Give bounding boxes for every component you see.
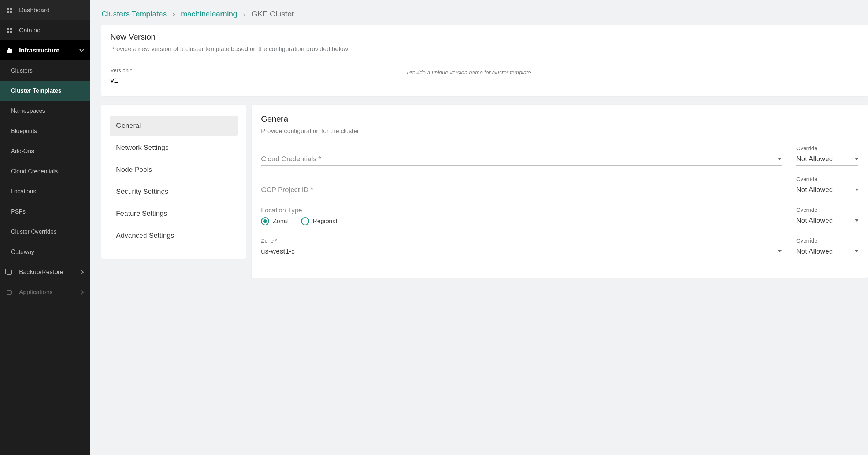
sidebar-item-dashboard[interactable]: Dashboard	[0, 0, 90, 20]
chevron-down-icon	[778, 250, 782, 252]
tab-security-settings[interactable]: Security Settings	[110, 182, 238, 201]
override-label: Override	[796, 176, 858, 182]
sidebar-item-label: Infrastructure	[19, 47, 60, 54]
sidebar-item-label: Applications	[19, 289, 53, 296]
new-version-title: New Version	[110, 32, 859, 42]
sidebar-item-locations[interactable]: Locations	[0, 181, 90, 201]
tab-node-pools[interactable]: Node Pools	[110, 160, 238, 180]
override-label: Override	[796, 145, 858, 151]
zone-select[interactable]: us-west1-c	[261, 245, 782, 258]
new-version-desc: Provide a new version of a cluster templ…	[110, 45, 859, 53]
gcp-project-id-label: GCP Project ID *	[261, 186, 313, 194]
sidebar-item-label: PSPs	[11, 208, 26, 215]
override-value: Not Allowed	[796, 155, 833, 163]
breadcrumb-root[interactable]: Clusters Templates	[101, 10, 167, 18]
override-gcp-select[interactable]: Not Allowed	[796, 184, 858, 196]
radio-regional[interactable]: Regional	[301, 217, 337, 225]
sidebar-item-label: Add-Ons	[11, 148, 34, 155]
sidebar-item-cluster-overrides[interactable]: Cluster Overrides	[0, 222, 90, 242]
version-input[interactable]	[110, 75, 392, 87]
sidebar-item-blueprints[interactable]: Blueprints	[0, 121, 90, 141]
sidebar-item-backup-restore[interactable]: Backup/Restore	[0, 262, 90, 282]
radio-zonal[interactable]: Zonal	[261, 217, 289, 225]
sidebar-item-label: Namespaces	[11, 108, 45, 114]
general-panel: General Provide configuration for the cl…	[252, 105, 868, 278]
chevron-right-icon	[81, 290, 84, 295]
override-value: Not Allowed	[796, 247, 833, 255]
sidebar-item-label: Clusters	[11, 67, 33, 74]
zone-value: us-west1-c	[261, 247, 295, 255]
cloud-credentials-select[interactable]: Cloud Credentials *	[261, 153, 782, 166]
grid-icon	[7, 28, 15, 33]
sidebar-item-label: Cluster Templates	[11, 88, 62, 94]
override-value: Not Allowed	[796, 217, 833, 225]
sidebar-item-namespaces[interactable]: Namespaces	[0, 101, 90, 121]
cloud-credentials-label: Cloud Credentials *	[261, 155, 321, 163]
new-version-card: New Version Provide a new version of a c…	[101, 25, 868, 96]
general-title: General	[261, 114, 858, 124]
sidebar-item-label: Cluster Overrides	[11, 229, 56, 235]
sidebar-item-cloud-credentials[interactable]: Cloud Credentials	[0, 161, 90, 181]
sidebar-item-label: Blueprints	[11, 128, 37, 134]
tab-general[interactable]: General	[110, 116, 238, 136]
copy-icon	[7, 270, 15, 275]
tab-network-settings[interactable]: Network Settings	[110, 138, 238, 158]
config-tabs: General Network Settings Node Pools Secu…	[101, 105, 246, 259]
sidebar-item-addons[interactable]: Add-Ons	[0, 141, 90, 161]
grid-icon	[7, 8, 15, 13]
location-type-label: Location Type	[261, 207, 782, 214]
sidebar-item-label: Locations	[11, 188, 36, 195]
chevron-down-icon	[79, 49, 84, 52]
override-location-type-select[interactable]: Not Allowed	[796, 214, 858, 227]
breadcrumb-separator: ›	[243, 10, 246, 18]
override-label: Override	[796, 207, 858, 213]
sidebar-item-label: Dashboard	[19, 7, 49, 14]
chevron-down-icon	[855, 158, 858, 160]
override-value: Not Allowed	[796, 186, 833, 194]
breadcrumb: Clusters Templates › machinelearning › G…	[90, 0, 868, 25]
override-cloud-credentials-select[interactable]: Not Allowed	[796, 153, 858, 166]
override-zone-select[interactable]: Not Allowed	[796, 245, 858, 258]
tab-advanced-settings[interactable]: Advanced Settings	[110, 226, 238, 245]
sidebar-item-label: Gateway	[11, 249, 34, 255]
sidebar-item-catalog[interactable]: Catalog	[0, 20, 90, 40]
radio-icon	[261, 217, 269, 225]
sidebar: Dashboard Catalog Infrastructure Cluster…	[0, 0, 90, 455]
chevron-right-icon	[81, 270, 84, 274]
buildings-icon	[7, 48, 15, 53]
sidebar-item-applications[interactable]: Applications	[0, 282, 90, 302]
main-content: Clusters Templates › machinelearning › G…	[90, 0, 868, 455]
sidebar-item-infrastructure[interactable]: Infrastructure	[0, 40, 90, 60]
tab-feature-settings[interactable]: Feature Settings	[110, 204, 238, 223]
chevron-down-icon	[855, 189, 858, 191]
sidebar-item-label: Cloud Credentials	[11, 168, 58, 175]
zone-label: Zone *	[261, 237, 782, 244]
general-desc: Provide configuration for the cluster	[261, 127, 858, 135]
version-hint: Provide a unique version name for cluste…	[407, 69, 531, 75]
sidebar-item-cluster-templates[interactable]: Cluster Templates	[0, 81, 90, 101]
briefcase-icon	[7, 290, 15, 295]
version-label: Version *	[110, 67, 392, 73]
breadcrumb-current: GKE Cluster	[252, 10, 294, 18]
sidebar-item-psps[interactable]: PSPs	[0, 201, 90, 222]
sidebar-item-label: Backup/Restore	[19, 269, 63, 276]
breadcrumb-template[interactable]: machinelearning	[181, 10, 237, 18]
gcp-project-id-input[interactable]: GCP Project ID *	[261, 184, 782, 196]
chevron-down-icon	[778, 158, 782, 160]
sidebar-item-gateway[interactable]: Gateway	[0, 242, 90, 262]
sidebar-item-clusters[interactable]: Clusters	[0, 60, 90, 81]
radio-label: Regional	[313, 218, 337, 225]
breadcrumb-separator: ›	[173, 10, 175, 18]
radio-label: Zonal	[273, 218, 289, 225]
override-label: Override	[796, 237, 858, 244]
radio-icon	[301, 217, 309, 225]
chevron-down-icon	[855, 219, 858, 222]
chevron-down-icon	[855, 250, 858, 252]
sidebar-item-label: Catalog	[19, 27, 41, 34]
